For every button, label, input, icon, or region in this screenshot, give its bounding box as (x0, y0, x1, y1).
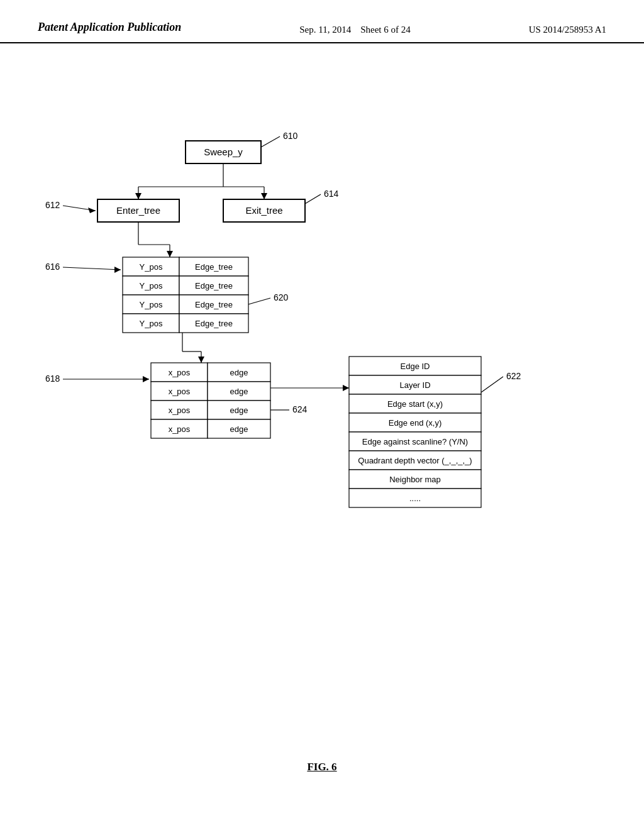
svg-line-10 (305, 194, 321, 204)
label-614: 614 (324, 189, 339, 199)
svg-marker-44 (343, 385, 349, 391)
xpos-row4-col1: x_pos (169, 424, 191, 434)
edge-detail-row3: Edge start (x,y) (387, 399, 443, 409)
edge-detail-row2: Layer ID (399, 380, 430, 390)
label-624: 624 (292, 404, 308, 414)
label-612: 612 (45, 200, 60, 210)
svg-marker-12 (88, 208, 96, 213)
svg-marker-7 (261, 193, 267, 199)
ypos-row3-col2: Edge_tree (195, 300, 233, 309)
publication-date-sheet: Sep. 11, 2014 Sheet 6 of 24 (299, 20, 411, 37)
svg-marker-6 (135, 193, 142, 199)
svg-line-53 (481, 377, 503, 392)
edge-detail-row8: ..... (409, 494, 421, 503)
ypos-row2-col1: Y_pos (140, 281, 163, 290)
xpos-row3-col2: edge (230, 406, 248, 415)
figure-label: FIG. 6 (307, 761, 336, 773)
xpos-row3-col1: x_pos (169, 406, 191, 415)
enter-tree-label: Enter_tree (116, 205, 160, 216)
page-header: Patent Application Publication Sep. 11, … (0, 0, 644, 43)
edge-detail-row4: Edge end (x,y) (389, 418, 442, 428)
ypos-row2-col2: Edge_tree (195, 281, 233, 290)
svg-line-1 (261, 136, 280, 147)
svg-line-27 (248, 298, 270, 304)
ypos-row1-col1: Y_pos (140, 262, 163, 272)
svg-line-25 (63, 267, 121, 270)
sweep-y-label: Sweep_y (204, 147, 243, 157)
xpos-row1-col2: edge (230, 368, 248, 377)
svg-marker-26 (114, 267, 121, 273)
label-616: 616 (45, 262, 60, 272)
ypos-row1-col2: Edge_tree (195, 262, 233, 272)
edge-detail-row1: Edge ID (401, 362, 430, 371)
exit-tree-label: Exit_tree (245, 205, 282, 216)
ypos-row3-col1: Y_pos (140, 300, 163, 309)
label-610: 610 (283, 131, 298, 141)
svg-marker-31 (198, 357, 204, 363)
xpos-row4-col2: edge (230, 424, 248, 434)
xpos-row1-col1: x_pos (169, 368, 191, 377)
publication-title: Patent Application Publication (38, 20, 181, 35)
label-620: 620 (274, 292, 289, 302)
xpos-row2-col2: edge (230, 387, 248, 396)
svg-marker-16 (167, 251, 173, 257)
xpos-row2-col1: x_pos (169, 387, 191, 396)
edge-detail-row7: Neighbor map (389, 475, 441, 484)
label-622: 622 (506, 371, 521, 381)
sheet-info: Sheet 6 of 24 (360, 25, 411, 35)
edge-detail-row5: Edge against scanline? (Y/N) (362, 437, 468, 446)
ypos-row4-col2: Edge_tree (195, 319, 233, 328)
label-618: 618 (45, 374, 60, 384)
figure-6-svg: Sweep_y 610 Enter_tree Exit_tree 614 612 (0, 43, 644, 766)
svg-marker-41 (143, 376, 149, 382)
edge-detail-row6: Quadrant depth vector (_,_,_,_) (358, 456, 472, 465)
publication-number: US 2014/258953 A1 (529, 20, 606, 37)
ypos-row4-col1: Y_pos (140, 319, 163, 328)
publication-date: Sep. 11, 2014 (299, 25, 351, 35)
diagram-area: Sweep_y 610 Enter_tree Exit_tree 614 612 (0, 43, 644, 766)
